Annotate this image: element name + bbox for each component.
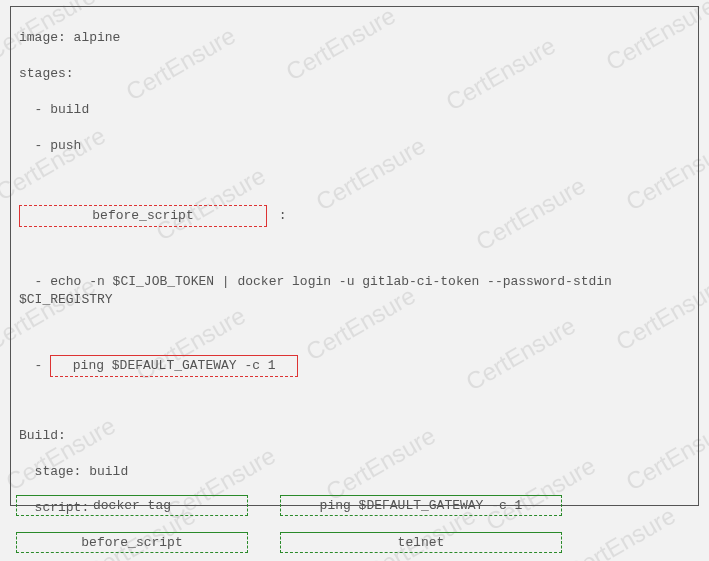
answer-bank: docker tag ping $DEFAULT_GATEWAY -c 1 be… (10, 491, 699, 557)
fill-blank-2[interactable]: ping $DEFAULT_GATEWAY -c 1 (50, 355, 298, 377)
code-line: before_script : (19, 205, 690, 227)
page: CertEnsure CertEnsure CertEnsure CertEns… (0, 0, 709, 561)
code-line: - echo -n $CI_JOB_TOKEN | docker login -… (19, 273, 690, 309)
fill-blank-1[interactable]: before_script (19, 205, 267, 227)
code-line: stages: (19, 65, 690, 83)
answer-option-4[interactable]: telnet (280, 532, 562, 553)
code-container: image: alpine stages: - build - push bef… (10, 6, 699, 506)
answer-option-2[interactable]: ping $DEFAULT_GATEWAY -c 1 (280, 495, 562, 516)
text: - (19, 357, 50, 375)
code-area: image: alpine stages: - build - push bef… (19, 11, 690, 505)
text: : (271, 207, 287, 225)
code-line: image: alpine (19, 29, 690, 47)
code-line: - push (19, 137, 690, 155)
answer-option-3[interactable]: before_script (16, 532, 248, 553)
code-line: Build: (19, 427, 690, 445)
answer-option-1[interactable]: docker tag (16, 495, 248, 516)
code-line: stage: build (19, 463, 690, 481)
code-line: - build (19, 101, 690, 119)
code-line: - ping $DEFAULT_GATEWAY -c 1 (19, 355, 690, 377)
